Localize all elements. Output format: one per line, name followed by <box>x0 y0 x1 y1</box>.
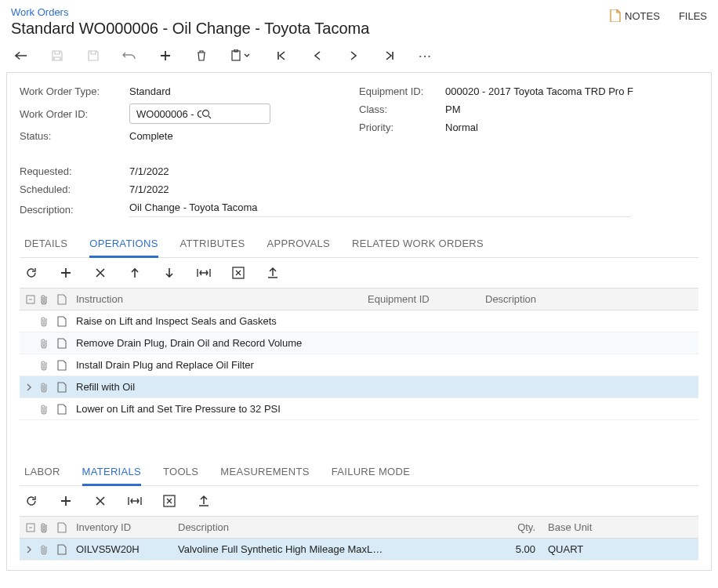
operations-toolbar <box>20 258 698 288</box>
row-equipment-id <box>361 310 479 332</box>
sub-tab-materials[interactable]: MATERIALS <box>82 466 141 486</box>
record-toolbar: ··· <box>0 45 718 72</box>
row-expand-icon[interactable] <box>20 376 34 398</box>
first-record-icon[interactable] <box>274 49 288 63</box>
row-note-icon[interactable] <box>51 398 70 420</box>
row-expand-icon[interactable] <box>20 354 34 376</box>
operations-row[interactable]: Raise on Lift and Inspect Seals and Gask… <box>20 310 698 332</box>
mat-col-expand[interactable] <box>20 517 34 539</box>
row-note-icon[interactable] <box>51 310 70 332</box>
description-value: Oil Change - Toyota Tacoma <box>129 201 631 217</box>
notes-action[interactable]: NOTES <box>610 9 660 22</box>
files-label: FILES <box>679 10 707 22</box>
files-action[interactable]: FILES <box>679 10 707 22</box>
refresh-icon[interactable] <box>24 266 38 280</box>
row-instruction: Raise on Lift and Inspect Seals and Gask… <box>70 310 361 332</box>
mat-col-description[interactable]: Description <box>172 517 479 539</box>
row-expand-icon[interactable] <box>20 332 34 354</box>
equipment-id-label: Equipment ID: <box>359 85 445 97</box>
sub-refresh-icon[interactable] <box>24 494 38 508</box>
col-equipment-id[interactable]: Equipment ID <box>361 289 479 310</box>
operations-row[interactable]: Refill with Oil <box>20 376 698 398</box>
breadcrumb[interactable]: Work Orders <box>11 6 369 18</box>
row-description <box>479 376 698 398</box>
row-description <box>479 398 698 420</box>
export-excel-icon[interactable] <box>231 266 245 280</box>
work-order-id-input[interactable]: WO000006 - Oil Change - To <box>129 103 270 124</box>
col-expand[interactable] <box>20 289 34 310</box>
mat-col-base-unit[interactable]: Base Unit <box>542 517 698 539</box>
lookup-search-icon[interactable] <box>201 109 267 119</box>
mat-row-expand-icon[interactable] <box>20 539 34 561</box>
row-expand-icon[interactable] <box>20 310 34 332</box>
row-instruction: Remove Drain Plug, Drain Oil and Record … <box>70 332 361 354</box>
operations-row[interactable]: Remove Drain Plug, Drain Oil and Record … <box>20 332 698 354</box>
operations-row[interactable]: Install Drain Plug and Replace Oil Filte… <box>20 354 698 376</box>
row-note-icon[interactable] <box>51 354 70 376</box>
more-actions-icon[interactable]: ··· <box>419 49 433 63</box>
row-expand-icon[interactable] <box>20 398 34 420</box>
main-tab-operations[interactable]: OPERATIONS <box>89 238 158 258</box>
row-attachment-icon[interactable] <box>34 332 51 354</box>
col-instruction[interactable]: Instruction <box>70 289 361 310</box>
sub-tab-labor[interactable]: LABOR <box>24 466 60 485</box>
row-note-icon[interactable] <box>51 376 70 398</box>
row-instruction: Lower on Lift and Set Tire Pressure to 3… <box>70 398 361 420</box>
delete-icon[interactable] <box>194 49 209 63</box>
add-icon[interactable] <box>158 49 172 63</box>
sub-fit-columns-icon[interactable] <box>128 494 142 508</box>
move-up-icon[interactable] <box>128 266 142 280</box>
materials-row[interactable]: OILVS5W20HValvoline Full Synthetic High … <box>20 539 698 561</box>
sub-tab-tools[interactable]: TOOLS <box>163 466 198 485</box>
requested-label: Requested: <box>20 165 129 177</box>
upload-icon[interactable] <box>266 266 280 280</box>
row-equipment-id <box>361 376 479 398</box>
sub-add-row-icon[interactable] <box>59 494 73 508</box>
save-close-icon[interactable] <box>86 49 100 63</box>
back-icon[interactable] <box>14 49 28 63</box>
fit-columns-icon[interactable] <box>197 266 211 280</box>
main-tab-details[interactable]: DETAILS <box>24 238 67 257</box>
sub-upload-icon[interactable] <box>197 494 211 508</box>
delete-row-icon[interactable] <box>93 266 107 280</box>
description-label: Description: <box>20 204 129 216</box>
row-equipment-id <box>361 398 479 420</box>
col-notes-icon[interactable] <box>51 289 70 310</box>
add-row-icon[interactable] <box>59 266 73 280</box>
main-tab-approvals[interactable]: APPROVALS <box>267 238 331 257</box>
sub-delete-row-icon[interactable] <box>93 494 107 508</box>
row-description <box>479 354 698 376</box>
sub-export-excel-icon[interactable] <box>162 494 176 508</box>
mat-row-note-icon[interactable] <box>51 539 70 561</box>
mat-col-qty[interactable]: Qty. <box>479 517 542 539</box>
undo-icon[interactable] <box>122 49 136 63</box>
main-tab-attributes[interactable]: ATTRIBUTES <box>180 238 245 257</box>
mat-col-inventory[interactable]: Inventory ID <box>70 517 172 539</box>
row-attachment-icon[interactable] <box>34 310 51 332</box>
priority-label: Priority: <box>359 122 445 133</box>
page-title: Standard WO000006 - Oil Change - Toyota … <box>11 20 369 38</box>
row-attachment-icon[interactable] <box>34 354 51 376</box>
clipboard-dropdown-icon[interactable] <box>230 49 252 63</box>
mat-col-attachments-icon[interactable] <box>34 517 51 539</box>
sub-tab-measurements[interactable]: MEASUREMENTS <box>220 466 309 485</box>
row-description <box>479 310 698 332</box>
row-note-icon[interactable] <box>51 332 70 354</box>
last-record-icon[interactable] <box>383 49 397 63</box>
next-record-icon[interactable] <box>346 49 361 63</box>
col-description[interactable]: Description <box>479 289 698 310</box>
prev-record-icon[interactable] <box>310 49 325 63</box>
sub-tab-failure-mode[interactable]: FAILURE MODE <box>332 466 410 485</box>
col-attachments-icon[interactable] <box>34 289 51 310</box>
mat-col-notes-icon[interactable] <box>51 517 70 539</box>
status-value: Complete <box>129 130 173 142</box>
operations-row[interactable]: Lower on Lift and Set Tire Pressure to 3… <box>20 398 698 420</box>
mat-row-attachment-icon[interactable] <box>34 539 51 561</box>
row-instruction: Install Drain Plug and Replace Oil Filte… <box>70 354 361 376</box>
row-attachment-icon[interactable] <box>34 376 51 398</box>
mat-row-qty: 5.00 <box>479 539 542 561</box>
main-tab-related-work-orders[interactable]: RELATED WORK ORDERS <box>352 238 484 257</box>
row-attachment-icon[interactable] <box>34 398 51 420</box>
save-icon[interactable] <box>50 49 64 63</box>
move-down-icon[interactable] <box>162 266 176 280</box>
